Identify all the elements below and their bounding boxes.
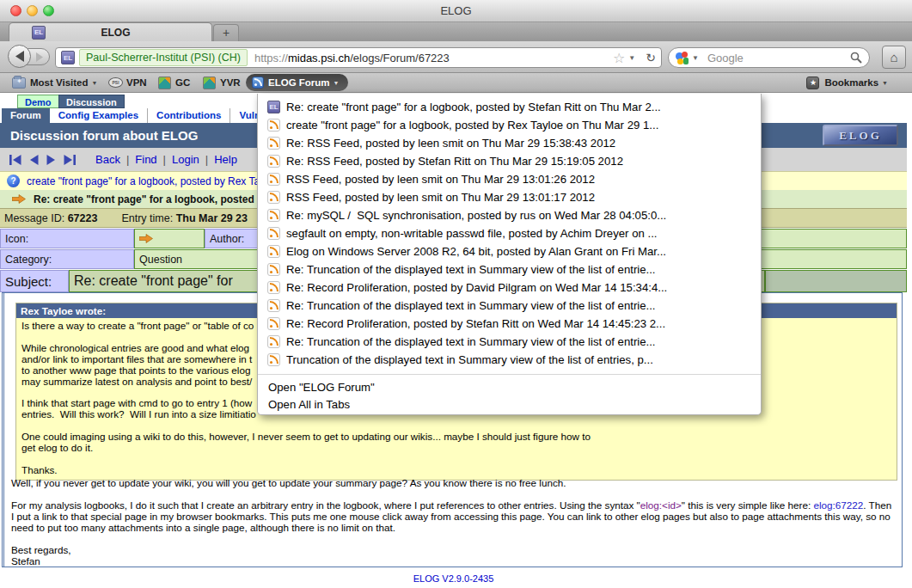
reply-text: Well, if you never get to update your wi… bbox=[11, 477, 893, 567]
menu-item[interactable]: Re: Truncation of the displayed text in … bbox=[258, 297, 761, 315]
subtab-contributions[interactable]: Contributions bbox=[148, 108, 230, 123]
menu-item[interactable]: Re: Truncation of the displayed text in … bbox=[258, 260, 761, 279]
tab-discussion[interactable]: Discussion bbox=[58, 95, 125, 108]
category-label: Category: bbox=[0, 249, 134, 269]
rss-entry-icon bbox=[267, 191, 280, 204]
menu-item[interactable]: segfault on empty, non-writable passwd f… bbox=[258, 224, 761, 242]
rss-feed-icon bbox=[252, 77, 264, 89]
chevron-down-icon: ▼ bbox=[92, 80, 98, 86]
nav-link-find[interactable]: Find bbox=[135, 153, 156, 166]
google-icon[interactable] bbox=[676, 52, 689, 64]
search-bar[interactable]: ▼ Google bbox=[668, 47, 870, 68]
back-arrow-icon bbox=[15, 51, 25, 62]
nav-link-help[interactable]: Help bbox=[214, 153, 237, 166]
vpn-favicon: PSI bbox=[108, 77, 123, 88]
tab-demo[interactable]: Demo bbox=[17, 95, 59, 108]
url-domain: midas.psi.ch bbox=[288, 52, 350, 64]
menu-open-all-tabs[interactable]: Open All in Tabs bbox=[258, 395, 761, 413]
forward-arrow-icon bbox=[35, 52, 44, 62]
bookmark-vpn[interactable]: PSI VPN bbox=[108, 73, 147, 92]
gc-favicon bbox=[158, 77, 171, 89]
rss-entry-icon bbox=[267, 119, 280, 132]
menu-item[interactable]: RSS Feed, posted by leen smit on Thu Mar… bbox=[258, 170, 761, 188]
star-icon: ★ bbox=[806, 77, 819, 89]
reply-paragraph-1: Well, if you never get to update your wi… bbox=[11, 477, 893, 488]
nav-link-back[interactable]: Back bbox=[95, 153, 120, 166]
menu-separator bbox=[258, 374, 761, 375]
rss-entry-icon bbox=[267, 335, 280, 348]
new-tab-button[interactable]: + bbox=[213, 24, 239, 41]
message-id-value: 67223 bbox=[68, 212, 98, 224]
menu-item[interactable]: Re: Record Proliferation, posted by Davi… bbox=[258, 279, 761, 297]
chevron-down-icon: ▼ bbox=[882, 80, 888, 86]
menu-item[interactable]: Truncation of the displayed text in Summ… bbox=[258, 351, 761, 369]
thread-parent-link[interactable]: create "front page" for a logbook, poste… bbox=[27, 175, 260, 187]
menu-item[interactable]: Re: mySQL / SQL synchronisation, posted … bbox=[258, 206, 761, 224]
subtab-config-examples[interactable]: Config Examples bbox=[50, 108, 148, 123]
nav-link-login[interactable]: Login bbox=[172, 153, 199, 166]
navigation-toolbar: EL Paul-Scherrer-Institut (PSI) (CH) htt… bbox=[0, 41, 912, 73]
reload-icon[interactable]: ↻ bbox=[646, 51, 656, 64]
menu-item[interactable]: ELRe: create "front page" for a logbook,… bbox=[258, 98, 761, 116]
menu-item[interactable]: Re: Truncation of the displayed text in … bbox=[258, 333, 761, 351]
rss-entry-icon bbox=[267, 155, 280, 168]
bookmark-star-icon[interactable]: ☆ bbox=[613, 50, 625, 66]
elog-67222-link[interactable]: elog:67222 bbox=[813, 499, 863, 511]
first-entry-icon[interactable] bbox=[9, 154, 22, 166]
site-favicon: EL bbox=[61, 51, 75, 64]
url-path: /elogs/Forum/67223 bbox=[350, 52, 450, 64]
browser-tab-elog[interactable]: EL ELOG bbox=[9, 22, 212, 41]
reply-arrow-icon bbox=[139, 234, 153, 243]
chevron-down-icon: ▼ bbox=[334, 80, 340, 86]
bookmark-folder-elog-forum-open[interactable]: ELOG Forum ▼ bbox=[246, 74, 348, 91]
url-text[interactable]: https://midas.psi.ch/elogs/Forum/67223 bbox=[254, 52, 613, 64]
bookmark-yvr[interactable]: YVR bbox=[203, 73, 241, 92]
page-title: Discussion forum about ELOG bbox=[10, 128, 198, 143]
question-icon: ? bbox=[7, 175, 20, 187]
menu-item[interactable]: Re: RSS Feed, posted by leen smit on Thu… bbox=[258, 134, 761, 152]
icon-value-cell bbox=[134, 229, 205, 248]
bookmarks-toolbar: Most Visited ▼ PSI VPN GC YVR ELOG Forum… bbox=[0, 73, 912, 93]
reply-signoff: Best regards, bbox=[11, 544, 893, 555]
bookmarks-menu-button[interactable]: ★ Bookmarks ▼ bbox=[806, 73, 888, 92]
reply-arrow-icon bbox=[12, 194, 26, 204]
folder-icon bbox=[12, 77, 26, 89]
elog-logo[interactable]: ELOG bbox=[823, 125, 898, 146]
bookmark-gc[interactable]: GC bbox=[158, 73, 190, 92]
menu-open-folder[interactable]: Open "ELOG Forum" bbox=[258, 378, 761, 395]
rss-entry-icon bbox=[267, 245, 280, 258]
last-entry-icon[interactable] bbox=[63, 154, 77, 166]
subtab-forum[interactable]: Forum bbox=[2, 108, 50, 123]
elog-id-syntax-link[interactable]: elog:<id> bbox=[640, 499, 682, 511]
rss-entry-icon bbox=[267, 173, 280, 186]
previous-entry-icon[interactable] bbox=[28, 154, 40, 166]
search-input[interactable]: Google bbox=[707, 52, 850, 64]
back-button[interactable] bbox=[8, 45, 31, 68]
url-protocol: https:// bbox=[254, 52, 288, 64]
rss-entry-icon bbox=[267, 209, 280, 222]
menu-item[interactable]: Re: Record Proliferation, posted by Stef… bbox=[258, 315, 761, 333]
home-button[interactable]: ⌂ bbox=[882, 46, 906, 69]
message-id-label: Message ID: bbox=[4, 212, 64, 224]
search-engine-caret-icon[interactable]: ▼ bbox=[692, 54, 699, 62]
window-titlebar: ELOG bbox=[0, 0, 912, 22]
reply-author: Stefan bbox=[11, 555, 893, 567]
menu-item[interactable]: create "front page" for a logbook, poste… bbox=[258, 116, 761, 134]
subject-label: Subject: bbox=[0, 270, 69, 292]
tab-bar: EL ELOG + bbox=[0, 22, 912, 41]
menu-item[interactable]: Elog on Windows Server 2008 R2, 64 bit, … bbox=[258, 242, 761, 260]
menu-item[interactable]: Re: RSS Feed, posted by Stefan Ritt on T… bbox=[258, 152, 761, 170]
next-entry-icon[interactable] bbox=[46, 154, 57, 166]
url-bar[interactable]: EL Paul-Scherrer-Institut (PSI) (CH) htt… bbox=[55, 47, 662, 68]
menu-item[interactable]: RSS Feed, posted by leen smit on Thu Mar… bbox=[258, 188, 761, 206]
ev-identity-badge[interactable]: Paul-Scherrer-Institut (PSI) (CH) bbox=[79, 49, 248, 66]
rss-entry-icon bbox=[267, 353, 280, 366]
rss-entry-icon bbox=[267, 137, 280, 150]
search-icon[interactable] bbox=[850, 52, 862, 64]
window-title: ELOG bbox=[0, 4, 912, 17]
bookmark-dropdown-caret-icon[interactable]: ▼ bbox=[628, 54, 635, 62]
bookmark-most-visited[interactable]: Most Visited ▼ bbox=[12, 73, 97, 92]
elog-favicon: EL bbox=[32, 26, 46, 40]
elog-version-link[interactable]: ELOG V2.9.0-2435 bbox=[0, 573, 907, 584]
subject-filler-cell bbox=[765, 270, 907, 292]
